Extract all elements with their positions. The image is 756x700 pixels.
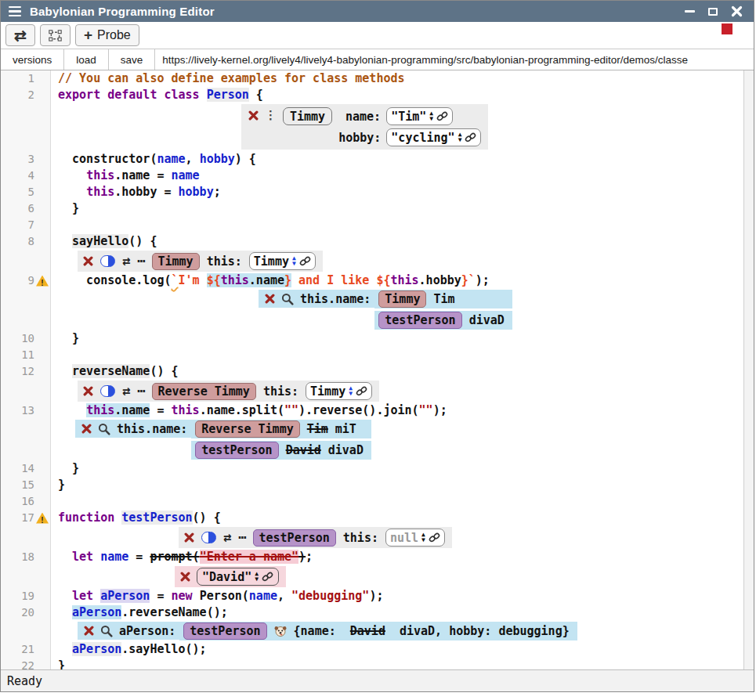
delete-button[interactable] xyxy=(248,110,259,121)
editor-line: 17!function testPerson() { xyxy=(1,510,754,526)
value-input[interactable]: Timmy▲▼ xyxy=(306,382,372,400)
code-line[interactable]: this.hobby = hobby; xyxy=(58,184,754,200)
editor-widget-line: ⇄⋯Timmythis:Timmy▲▼ xyxy=(1,250,754,272)
value-stepper[interactable]: ▲▼ xyxy=(458,132,462,143)
more-options-icon[interactable]: ⋯ xyxy=(137,388,144,395)
param-label: name: xyxy=(338,110,381,124)
code-editor[interactable]: 1// You can also define examples for cla… xyxy=(1,70,754,669)
delete-button[interactable] xyxy=(180,572,190,582)
code-line[interactable]: function testPerson() { xyxy=(58,510,754,526)
code-line[interactable]: // You can also define examples for clas… xyxy=(58,70,754,87)
replacement-value-input[interactable]: "David"▲▼ xyxy=(197,568,279,586)
probe-value: {name: xyxy=(294,624,343,638)
param-value-input[interactable]: "cycling"▲▼ xyxy=(386,128,481,146)
bind-chain-icon[interactable] xyxy=(299,256,311,266)
toggle-icon[interactable] xyxy=(100,385,115,397)
code-line[interactable]: aPerson.sayHello(); xyxy=(58,641,754,658)
warning-icon[interactable]: ! xyxy=(36,513,49,524)
code-line[interactable]: } xyxy=(58,330,754,347)
example-badge[interactable]: Reverse Timmy xyxy=(152,383,256,400)
probe-value: David xyxy=(286,443,321,457)
code-line[interactable] xyxy=(58,347,754,363)
code-line[interactable]: } xyxy=(58,200,754,217)
delete-button[interactable] xyxy=(265,294,275,304)
example-badge[interactable]: testPerson xyxy=(183,622,266,640)
swap-button[interactable]: ⇄ xyxy=(5,24,35,46)
bind-chain-icon[interactable] xyxy=(465,132,476,143)
url-field[interactable]: https://lively-kernel.org/lively4/lively… xyxy=(155,49,754,70)
gutter: 4 xyxy=(1,168,51,184)
editor-line: 6 } xyxy=(1,200,754,217)
code-line[interactable]: console.log(`I'm ${this.name} and I like… xyxy=(58,272,754,289)
save-button[interactable]: save xyxy=(109,49,156,70)
param-value-input[interactable]: "Tim"▲▼ xyxy=(386,107,453,125)
example-badge[interactable]: Timmy xyxy=(152,253,200,270)
warning-icon[interactable]: ! xyxy=(36,276,49,287)
close-button[interactable] xyxy=(729,4,744,20)
code-line[interactable]: this.name = name xyxy=(58,168,754,184)
swap-arrows-icon[interactable]: ⇄ xyxy=(122,384,130,398)
probe-head: this.name: xyxy=(75,420,191,438)
code-line[interactable]: constructor(name, hobby) { xyxy=(58,151,754,168)
example-badge[interactable]: testPerson xyxy=(253,529,336,547)
bind-chain-icon[interactable] xyxy=(436,111,448,121)
bind-chain-icon[interactable] xyxy=(429,532,440,543)
example-badge[interactable]: testPerson xyxy=(195,442,278,459)
drag-handle-icon[interactable]: ⋮ xyxy=(265,110,277,121)
value-stepper[interactable]: ▲▼ xyxy=(255,572,259,582)
delete-button[interactable] xyxy=(84,626,94,636)
more-options-icon[interactable]: ⋯ xyxy=(238,534,245,541)
example-badge[interactable]: Reverse Timmy xyxy=(195,420,299,438)
toggle-icon[interactable] xyxy=(201,532,216,543)
code-line[interactable]: let aPerson = new Person(name, "debuggin… xyxy=(58,588,754,604)
status-bar: Ready xyxy=(1,669,754,691)
vertical-scrollbar[interactable] xyxy=(743,70,754,669)
value-stepper[interactable]: ▲▼ xyxy=(421,532,425,543)
editor-line: 13 this.name = this.name.split("").rever… xyxy=(1,402,754,419)
more-options-icon[interactable]: ⋯ xyxy=(137,258,144,265)
code-line[interactable]: reverseName() { xyxy=(58,363,754,380)
add-probe-button[interactable]: + Probe xyxy=(75,24,139,46)
bind-chain-icon[interactable] xyxy=(262,572,273,582)
example-badge[interactable]: Timmy xyxy=(378,290,426,308)
editor-line: 4 this.name = name xyxy=(1,168,754,184)
delete-button[interactable] xyxy=(81,424,92,434)
code-line[interactable] xyxy=(58,217,754,233)
value-input[interactable]: Timmy▲▼ xyxy=(249,252,316,270)
code-line[interactable]: } xyxy=(58,658,754,669)
code-line[interactable] xyxy=(58,493,754,510)
swap-arrows-icon[interactable]: ⇄ xyxy=(122,254,130,268)
code-line[interactable]: aPerson.reverseName(); xyxy=(58,604,754,621)
toggle-icon[interactable] xyxy=(100,255,115,267)
value-input[interactable]: null▲▼ xyxy=(385,529,445,547)
probe-head: aPerson: xyxy=(78,622,179,640)
delete-button[interactable] xyxy=(83,386,93,396)
editor-widget-line: this.name:Reverse TimmyTimmiTtestPersonD… xyxy=(1,419,754,460)
swap-arrows-icon[interactable]: ⇄ xyxy=(223,531,231,544)
code-line[interactable]: export default class Person { xyxy=(58,87,754,103)
load-button[interactable]: load xyxy=(64,49,109,70)
modified-indicator xyxy=(722,23,732,34)
hamburger-menu-icon[interactable] xyxy=(9,6,21,16)
value-stepper[interactable]: ▲▼ xyxy=(349,386,353,396)
delete-button[interactable] xyxy=(184,532,194,543)
versions-button[interactable]: versions xyxy=(1,49,64,70)
maximize-button[interactable] xyxy=(705,4,721,20)
value-stepper[interactable]: ▲▼ xyxy=(292,256,296,266)
example-badge[interactable]: testPerson xyxy=(378,312,461,329)
frame-select-button[interactable] xyxy=(40,24,71,46)
code-line[interactable]: this.name = this.name.split("").reverse(… xyxy=(58,402,754,419)
gutter: 3 xyxy=(1,151,51,168)
editor-line: 3 constructor(name, hobby) { xyxy=(1,151,754,168)
code-line[interactable]: } xyxy=(58,460,754,477)
code-line[interactable]: } xyxy=(58,477,754,493)
example-name-input[interactable]: Timmy xyxy=(283,107,332,125)
value-stepper[interactable]: ▲▼ xyxy=(429,111,433,121)
code-line[interactable]: let name = prompt("Enter a name"); xyxy=(58,549,754,565)
bind-chain-icon[interactable] xyxy=(356,386,367,396)
delete-button[interactable] xyxy=(83,256,93,266)
minimize-button[interactable] xyxy=(682,4,697,20)
gutter xyxy=(1,526,51,549)
code-line[interactable]: sayHello() { xyxy=(58,233,754,250)
gutter: 15 xyxy=(1,477,51,493)
